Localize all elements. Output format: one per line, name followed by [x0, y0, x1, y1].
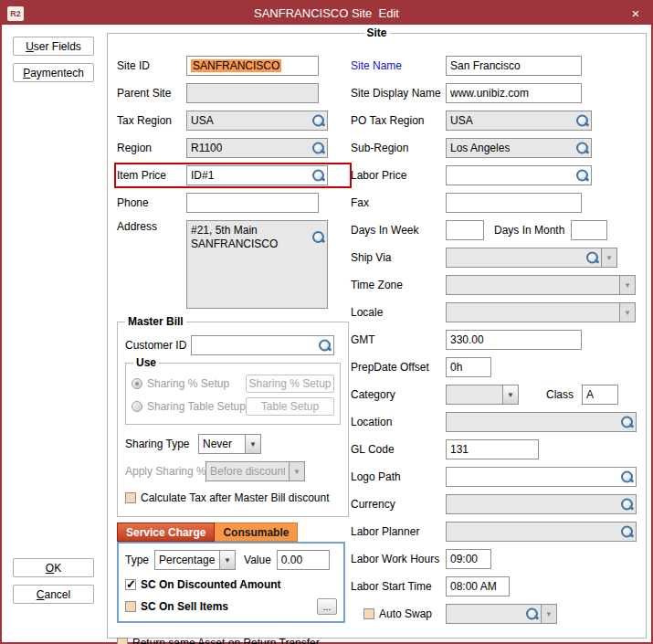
customer-id-input[interactable]: [191, 335, 334, 355]
lookup-icon[interactable]: [575, 142, 589, 155]
site-display-name-label: Site Display Name: [351, 87, 446, 100]
site-edit-window: R2 SANFRANCISCO Site Edit × User Fields …: [0, 0, 653, 644]
lookup-icon[interactable]: [311, 230, 325, 244]
lookup-icon[interactable]: [311, 169, 325, 183]
site-id-input[interactable]: SANFRANCISCO: [186, 56, 319, 76]
user-fields-button[interactable]: User Fields: [13, 37, 94, 56]
location-input: [446, 412, 637, 432]
charge-type-value-field[interactable]: Percentage: [154, 550, 220, 570]
calc-tax-checkbox[interactable]: [125, 492, 136, 503]
auto-swap-label: Auto Swap: [379, 607, 432, 620]
address-row: Address #21, 5th Main SANFRANCISCO: [117, 220, 349, 309]
gmt-input[interactable]: 330.00: [446, 330, 582, 350]
time-zone-row: Time Zone: [351, 275, 645, 295]
fax-input[interactable]: [446, 193, 582, 213]
return-same-asset-checkbox[interactable]: [117, 638, 128, 644]
lookup-icon[interactable]: [311, 114, 325, 128]
charge-type-label: Type: [125, 554, 149, 566]
site-name-input[interactable]: San Francisco: [446, 56, 582, 76]
parent-site-row: Parent Site: [117, 83, 349, 103]
sc-on-sell-items-label: SC On Sell Items: [141, 600, 228, 613]
days-row: Days In Week Days In Month: [351, 220, 645, 240]
sc-on-discounted-checkbox[interactable]: [125, 579, 136, 590]
lookup-icon[interactable]: [620, 470, 634, 484]
lookup-icon[interactable]: [575, 169, 589, 183]
more-button[interactable]: ...: [317, 598, 337, 615]
gmt-row: GMT 330.00: [351, 330, 645, 350]
charge-value-input[interactable]: 0.00: [277, 550, 330, 570]
ship-via-row: Ship Via: [351, 248, 645, 268]
ship-via-input: [446, 248, 602, 268]
parent-site-label: Parent Site: [117, 87, 186, 100]
labor-price-row: Labor Price: [351, 165, 645, 185]
labor-price-label: Labor Price: [351, 169, 446, 182]
auto-swap-row: Auto Swap: [351, 604, 645, 624]
logo-path-input[interactable]: [446, 467, 637, 487]
sharing-type-value-field[interactable]: Never: [198, 434, 246, 454]
lookup-icon[interactable]: [575, 114, 589, 128]
lookup-icon[interactable]: [311, 142, 325, 155]
paymentech-button[interactable]: Paymentech: [13, 63, 94, 82]
fax-label: Fax: [351, 196, 446, 209]
address-input[interactable]: #21, 5th Main SANFRANCISCO: [186, 220, 328, 309]
cancel-button[interactable]: Cancel: [13, 585, 94, 604]
item-price-label: Item Price: [117, 169, 186, 182]
category-input: [446, 385, 503, 405]
labor-start-time-input[interactable]: 08:00 AM: [446, 576, 510, 596]
sidebar: User Fields Paymentech OK Cancel: [2, 25, 105, 642]
close-button[interactable]: ×: [626, 5, 646, 21]
phone-input[interactable]: [186, 193, 319, 213]
sc-on-discounted-label: SC On Discounted Amount: [141, 578, 281, 591]
gl-code-input[interactable]: 131: [446, 439, 539, 459]
auto-swap-checkbox[interactable]: [363, 608, 374, 619]
lookup-icon: [525, 607, 539, 621]
sub-region-input[interactable]: Los Angeles: [446, 138, 592, 158]
sharing-type-select[interactable]: Never: [198, 434, 261, 454]
sub-region-label: Sub-Region: [351, 142, 446, 154]
lookup-icon[interactable]: [318, 339, 332, 353]
location-row: Location: [351, 412, 645, 432]
sc-on-sell-items-checkbox[interactable]: [125, 601, 136, 612]
item-price-input[interactable]: ID#1: [186, 165, 328, 185]
site-id-value: SANFRANCISCO: [191, 59, 281, 72]
gl-code-label: GL Code: [351, 443, 446, 456]
charge-type-value: Percentage: [159, 554, 215, 566]
item-price-row-highlighted: Item Price ID#1: [117, 165, 349, 185]
class-label: Class: [546, 388, 574, 401]
labor-planner-input: [446, 522, 637, 542]
days-in-week-input[interactable]: [446, 220, 484, 240]
parent-site-input: [186, 83, 319, 103]
days-in-month-input[interactable]: [571, 220, 607, 240]
prepdate-offset-label: PrepDate Offset: [351, 361, 446, 374]
tax-region-input[interactable]: USA: [186, 111, 328, 131]
address-label: Address: [117, 220, 186, 233]
labor-work-hours-input[interactable]: 09:00: [446, 549, 491, 569]
charge-type-select[interactable]: Percentage: [154, 550, 236, 570]
app-icon: R2: [7, 6, 24, 21]
master-bill-legend: Master Bill: [125, 315, 186, 328]
po-tax-region-input[interactable]: USA: [446, 111, 592, 131]
charge-type-row: Type Percentage Value 0.00: [125, 550, 337, 570]
dropdown-arrow-icon: [620, 275, 636, 295]
lookup-icon: [585, 251, 599, 265]
titlebar[interactable]: R2 SANFRANCISCO Site Edit ×: [2, 2, 651, 25]
sharing-type-row: Sharing Type Never: [125, 434, 341, 454]
dropdown-arrow-icon[interactable]: [220, 550, 236, 570]
site-legend: Site: [363, 26, 389, 39]
dropdown-arrow-icon[interactable]: [246, 434, 261, 454]
category-select: [446, 385, 519, 405]
prepdate-offset-input[interactable]: 0h: [446, 357, 491, 377]
region-input[interactable]: R1100: [186, 138, 328, 158]
dropdown-arrow-icon: [542, 604, 557, 624]
sharing-type-value: Never: [203, 438, 232, 450]
labor-price-input[interactable]: [446, 165, 592, 185]
lookup-icon: [620, 525, 634, 539]
category-label: Category: [351, 388, 446, 401]
tab-consumable[interactable]: Consumable: [215, 523, 298, 542]
return-same-asset-label: Return same Asset on Return Transfer.: [132, 637, 321, 644]
ok-button[interactable]: OK: [13, 558, 94, 577]
labor-planner-label: Labor Planner: [351, 525, 446, 538]
tab-service-charge[interactable]: Service Charge: [117, 523, 215, 542]
class-input[interactable]: A: [582, 385, 618, 405]
site-display-name-input[interactable]: www.unibiz.com: [446, 83, 582, 103]
